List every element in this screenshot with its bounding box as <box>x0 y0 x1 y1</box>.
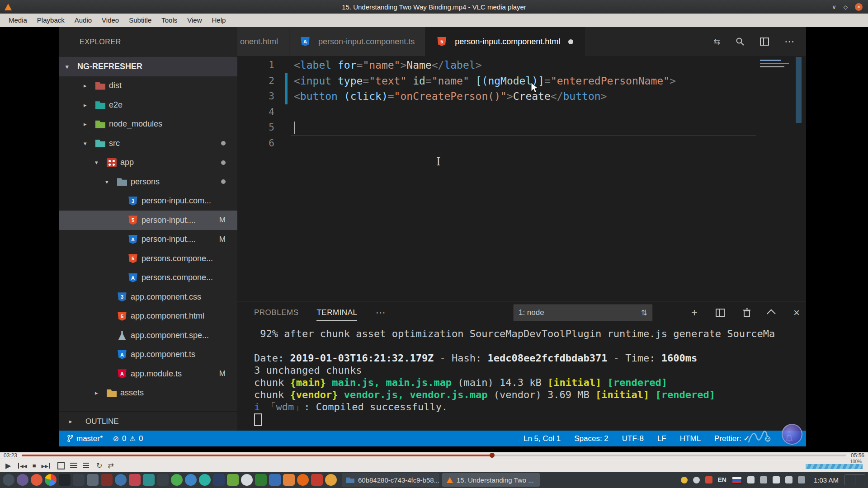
tray-status-yellow[interactable] <box>681 477 688 483</box>
terminal-output[interactable]: 92% after chunk asset optimization Sourc… <box>254 324 802 426</box>
tree-item-dist[interactable]: ▸dist <box>59 76 237 96</box>
app-icon-13[interactable] <box>171 474 183 486</box>
menu-media[interactable]: Media <box>4 14 32 27</box>
tree-item-person-input[interactable]: 5person-input....M <box>59 211 237 230</box>
tree-item-app-component-html[interactable]: 5app.component.html <box>59 307 237 326</box>
app-icon-23[interactable] <box>311 474 323 486</box>
open-changes-icon[interactable] <box>714 37 720 47</box>
tray-screenshot[interactable] <box>747 476 755 483</box>
app-icon-20[interactable] <box>269 474 281 486</box>
app-icon-14[interactable] <box>185 474 197 486</box>
outline-section[interactable]: ▸ OUTLINE <box>59 411 237 431</box>
search-preview-icon[interactable] <box>736 37 745 46</box>
video-display[interactable]: EXPLORER ▾NG-REFRESHER▸dist▸e2e▸node_mod… <box>0 27 868 452</box>
loop-button[interactable] <box>96 462 102 469</box>
app-icon-16[interactable] <box>213 474 225 486</box>
maximize-panel-icon[interactable] <box>767 309 776 318</box>
app-icon-09[interactable] <box>115 474 127 486</box>
tree-item-persons-compone[interactable]: Apersons.compone... <box>59 268 237 288</box>
split-terminal-icon[interactable] <box>716 309 725 317</box>
tree-item-app-component-ts[interactable]: Aapp.component.ts <box>59 345 237 365</box>
indent-indicator[interactable]: Spaces: 2 <box>574 434 609 443</box>
split-editor-icon[interactable] <box>760 38 769 46</box>
flag-icon[interactable] <box>732 477 742 483</box>
eol-indicator[interactable]: LF <box>657 434 666 443</box>
seek-handle[interactable] <box>490 453 495 458</box>
kill-terminal-trash-icon[interactable] <box>743 308 751 317</box>
tab-problems[interactable]: PROBLEMS <box>254 301 298 324</box>
taskbar-clock[interactable]: 1:03 AM <box>814 476 839 484</box>
tray-clipboard[interactable] <box>760 476 767 483</box>
playlist-button[interactable] <box>83 463 89 469</box>
app-icon-08[interactable] <box>101 474 113 486</box>
minimize-button[interactable] <box>832 4 836 10</box>
close-panel-icon[interactable] <box>793 306 800 319</box>
tree-item-person-input[interactable]: Aperson-input....M <box>59 230 237 249</box>
volume-slider[interactable] <box>806 464 863 469</box>
stop-button[interactable] <box>33 463 36 469</box>
fullscreen-button[interactable] <box>57 462 65 469</box>
tree-item-assets[interactable]: ▸assets <box>59 384 237 403</box>
app-icon-12[interactable] <box>157 474 169 486</box>
encoding-indicator[interactable]: UTF-8 <box>622 434 644 443</box>
app-icon-24[interactable] <box>325 474 337 486</box>
app-icon-21[interactable] <box>283 474 295 486</box>
firefox-icon[interactable] <box>297 474 309 486</box>
app-icon-11[interactable] <box>143 474 155 486</box>
app-icon-15[interactable] <box>199 474 211 486</box>
play-button[interactable] <box>5 462 11 469</box>
tree-item-node-modules[interactable]: ▸node_modules <box>59 115 237 134</box>
previous-button[interactable] <box>18 463 27 469</box>
more-actions-icon[interactable] <box>784 36 794 47</box>
tab-person-input-component-html[interactable]: 5person-input.component.html <box>426 27 585 56</box>
window-button-15-understanding-two[interactable]: 15. Understanding Two ... <box>442 473 540 487</box>
code-editor[interactable]: 1<label for="name">Name</label>2<input t… <box>237 56 806 301</box>
tree-item-app-module-ts[interactable]: Aapp.module.tsM <box>59 364 237 384</box>
tab-terminal[interactable]: TERMINAL <box>316 301 357 324</box>
menu-tools[interactable]: Tools <box>156 14 182 27</box>
tree-item-app-component-spe[interactable]: app.component.spe... <box>59 326 237 345</box>
app-icon-19[interactable] <box>255 474 267 486</box>
tree-item-e2e[interactable]: ▸e2e <box>59 95 237 115</box>
menu-help[interactable]: Help <box>207 14 231 27</box>
menu-view[interactable]: View <box>182 14 207 27</box>
maximize-button[interactable] <box>844 4 848 10</box>
app-icon-03[interactable] <box>31 474 42 486</box>
git-branch-indicator[interactable]: master* <box>67 434 103 443</box>
notifications-bell-icon[interactable] <box>786 435 793 442</box>
tree-root-folder[interactable]: ▾NG-REFRESHER <box>59 57 237 76</box>
tray-power[interactable] <box>798 476 805 483</box>
keyboard-layout-indicator[interactable]: EN <box>718 476 726 483</box>
tree-item-person-input-com[interactable]: 3person-input.com... <box>59 192 237 211</box>
tree-item-src[interactable]: ▾src <box>59 134 237 153</box>
line-col-indicator[interactable]: Ln 5, Col 1 <box>524 434 561 443</box>
tray-volume[interactable] <box>773 476 780 483</box>
tree-item-app-component-css[interactable]: 3app.component.css <box>59 287 237 307</box>
close-button[interactable] <box>855 3 863 11</box>
shuffle-button[interactable] <box>108 462 113 469</box>
app-menu-icon[interactable] <box>3 474 14 486</box>
extended-settings-button[interactable] <box>70 463 77 469</box>
tree-item-persons-compone[interactable]: 5persons.compone... <box>59 249 237 268</box>
menu-subtitle[interactable]: Subtitle <box>124 14 156 27</box>
tree-item-app[interactable]: ▾app <box>59 153 237 173</box>
next-button[interactable] <box>42 463 50 469</box>
feedback-smiley-icon[interactable] <box>764 434 772 444</box>
window-button-60b84280-c743-4fc9-b58[interactable]: 60b84280-c743-4fc9-b58... <box>342 473 439 487</box>
tab-person-input-component-ts[interactable]: Aperson-input.component.ts <box>289 27 426 56</box>
language-indicator[interactable]: HTML <box>680 434 701 443</box>
menu-playback[interactable]: Playback <box>32 14 70 27</box>
app-icon-10[interactable] <box>129 474 141 486</box>
terminal-icon[interactable] <box>59 474 71 486</box>
tray-update-badge[interactable] <box>705 476 712 483</box>
app-icon-07[interactable] <box>87 474 99 486</box>
minimap[interactable] <box>759 56 794 301</box>
terminal-select[interactable]: 1: node <box>514 305 652 321</box>
app-icon-17[interactable] <box>227 474 239 486</box>
tray-notifications[interactable] <box>693 477 700 483</box>
menu-video[interactable]: Video <box>97 14 124 27</box>
scrollbar-thumb[interactable] <box>796 57 802 123</box>
chrome-icon[interactable] <box>45 474 57 486</box>
workspace-switcher[interactable] <box>844 474 865 485</box>
app-icon-18[interactable] <box>241 474 253 486</box>
